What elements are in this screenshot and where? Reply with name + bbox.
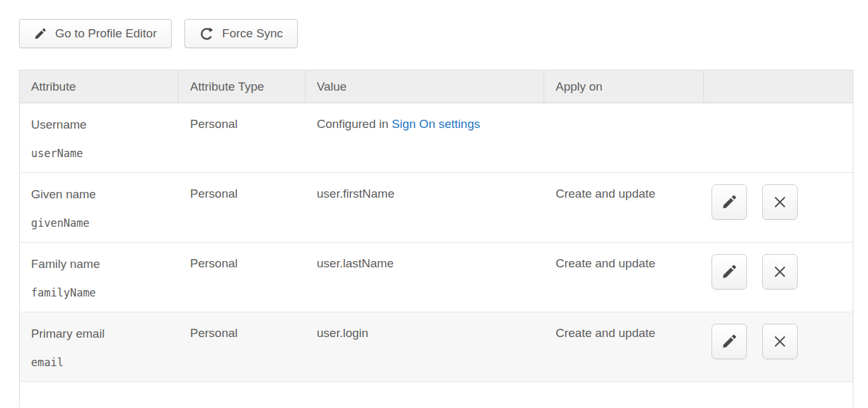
pencil-icon (721, 194, 737, 210)
header-attribute-type: Attribute Type (179, 70, 305, 103)
actions-cell (704, 103, 853, 172)
header-actions (704, 70, 853, 103)
attribute-type-cell: Personal (179, 312, 305, 381)
value-text: Configured in (317, 117, 392, 131)
apply-on-cell: Create and update (544, 312, 704, 381)
attribute-type-cell: Personal (179, 173, 305, 242)
edit-attribute-button[interactable] (712, 254, 747, 290)
value-cell: Configured in Sign On settings (305, 103, 544, 172)
table-row-primary-email: Primary email email Personal user.login … (20, 312, 853, 382)
attribute-cell: Given name givenName (20, 173, 179, 242)
edit-attribute-button[interactable] (712, 184, 747, 220)
actions-cell (704, 312, 853, 381)
attribute-cell: Username userName (20, 103, 179, 172)
attribute-label: Family name (31, 257, 167, 271)
force-sync-label: Force Sync (222, 27, 283, 41)
attribute-label: Username (31, 117, 167, 132)
table-row-family-name: Family name familyName Personal user.las… (20, 243, 853, 312)
attribute-type-cell: Personal (179, 103, 305, 172)
header-attribute: Attribute (20, 70, 179, 103)
apply-on-cell: Create and update (544, 173, 704, 242)
attribute-mappings-table: Attribute Attribute Type Value Apply on … (19, 70, 853, 407)
pencil-icon (721, 333, 737, 350)
value-cell: user.lastName (305, 243, 544, 312)
table-row-partial (20, 382, 853, 407)
attribute-variable: email (31, 356, 167, 369)
actions-cell (704, 243, 853, 312)
attribute-type-cell: Personal (179, 243, 305, 312)
go-to-profile-editor-label: Go to Profile Editor (55, 27, 157, 41)
sync-icon (199, 26, 214, 41)
pencil-icon (721, 264, 737, 280)
apply-on-cell (544, 103, 704, 172)
apply-on-cell: Create and update (544, 243, 704, 312)
attribute-variable: givenName (31, 217, 167, 229)
delete-attribute-button[interactable] (762, 254, 798, 290)
pencil-icon (34, 27, 47, 41)
edit-attribute-button[interactable] (712, 324, 747, 359)
attribute-label: Primary email (31, 326, 167, 341)
value-cell: user.firstName (305, 173, 544, 242)
attribute-cell: Primary email email (20, 312, 179, 381)
delete-attribute-button[interactable] (762, 324, 798, 359)
close-icon (772, 194, 788, 210)
delete-attribute-button[interactable] (762, 184, 798, 220)
sign-on-settings-link[interactable]: Sign On settings (392, 117, 480, 131)
force-sync-button[interactable]: Force Sync (184, 19, 298, 48)
header-apply-on: Apply on (544, 70, 704, 103)
go-to-profile-editor-button[interactable]: Go to Profile Editor (19, 19, 172, 48)
close-icon (772, 264, 788, 279)
attribute-cell: Family name familyName (20, 243, 179, 312)
table-header-row: Attribute Attribute Type Value Apply on (20, 70, 853, 103)
attribute-variable: userName (31, 147, 167, 160)
table-row-username: Username userName Personal Configured in… (20, 103, 853, 173)
attribute-label: Given name (31, 187, 167, 201)
value-cell: user.login (305, 312, 544, 381)
header-value: Value (305, 70, 544, 103)
actions-cell (704, 173, 853, 242)
toolbar: Go to Profile Editor Force Sync (19, 19, 298, 48)
close-icon (772, 334, 788, 349)
table-row-given-name: Given name givenName Personal user.first… (20, 173, 853, 243)
attribute-variable: familyName (31, 286, 167, 299)
